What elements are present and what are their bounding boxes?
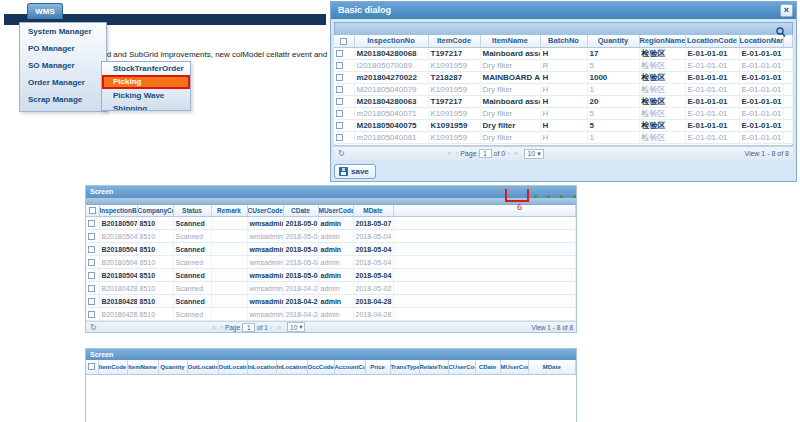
page-size-select[interactable]: 10 ▾ bbox=[524, 149, 543, 159]
row-checkbox[interactable] bbox=[88, 233, 95, 240]
select-all-checkbox[interactable] bbox=[88, 363, 95, 370]
menu-item-order-manager[interactable]: Order Manager bbox=[20, 74, 106, 91]
row-checkbox[interactable] bbox=[336, 86, 343, 93]
first-page-icon[interactable]: « bbox=[212, 323, 216, 332]
col-locationcode[interactable]: LocationCode bbox=[685, 35, 739, 47]
table-row[interactable]: m201805040081K1091959Dry filterH1检验区E-01… bbox=[334, 131, 793, 143]
row-checkbox[interactable] bbox=[88, 311, 95, 318]
row-checkbox[interactable] bbox=[88, 259, 95, 266]
col-cdate[interactable]: CDate bbox=[475, 360, 500, 374]
col-mdate[interactable]: MDate bbox=[353, 205, 393, 217]
row-checkbox[interactable] bbox=[88, 246, 95, 253]
window-titlebar[interactable]: Screen bbox=[86, 186, 576, 198]
col-itemname[interactable]: ItemName bbox=[480, 35, 540, 47]
last-page-icon[interactable]: » bbox=[514, 149, 518, 158]
select-all-checkbox[interactable] bbox=[340, 38, 347, 45]
menu-item-system-manager[interactable]: System Manager bbox=[20, 23, 106, 40]
row-checkbox[interactable] bbox=[88, 272, 95, 279]
refresh-icon[interactable]: ↻ bbox=[338, 149, 345, 158]
row-checkbox[interactable] bbox=[88, 220, 95, 227]
col-cusercode[interactable]: CUserCode bbox=[247, 205, 283, 217]
first-page-icon[interactable]: « bbox=[447, 149, 451, 158]
col-quantity[interactable]: Quantity bbox=[158, 360, 187, 374]
col-cdate[interactable]: CDate bbox=[283, 205, 318, 217]
search-icon[interactable] bbox=[776, 24, 786, 42]
col-remark[interactable]: Remark bbox=[211, 205, 247, 217]
page-input[interactable]: 1 bbox=[479, 149, 492, 158]
dialog-titlebar[interactable]: Basic dialog × bbox=[331, 2, 796, 19]
row-checkbox[interactable] bbox=[336, 110, 343, 117]
prev-page-icon[interactable]: ‹ bbox=[456, 149, 459, 158]
submenu-item-shipping[interactable]: Shipping bbox=[102, 102, 190, 111]
tab-wms[interactable]: WMS bbox=[27, 3, 63, 19]
col-relatetranscode[interactable]: RelateTransCo bbox=[419, 360, 448, 374]
row-checkbox[interactable] bbox=[336, 62, 343, 69]
row-checkbox[interactable] bbox=[336, 134, 343, 141]
col-inspectionno[interactable]: InspectionNo bbox=[354, 35, 428, 47]
col-batchno[interactable]: BatchNo bbox=[540, 35, 587, 47]
row-checkbox[interactable] bbox=[88, 285, 95, 292]
submenu-item-picking[interactable]: Picking bbox=[102, 75, 190, 89]
row-checkbox[interactable] bbox=[88, 298, 95, 305]
menu-item-scrap-manage[interactable]: Scrap Manage bbox=[20, 91, 106, 108]
col-price[interactable]: Price bbox=[365, 360, 390, 374]
col-itemname[interactable]: ItemName bbox=[127, 360, 158, 374]
next-page-icon[interactable]: › bbox=[507, 149, 510, 158]
col-itemcode[interactable]: ItemCode bbox=[98, 360, 127, 374]
col-occcode[interactable]: OccCode bbox=[307, 360, 334, 374]
select-all-checkbox[interactable] bbox=[89, 207, 96, 214]
col-musercode[interactable]: MUserCode bbox=[500, 360, 528, 374]
table-row[interactable]: B2018042800088510Scannedwmsadmin2018-04-… bbox=[86, 295, 576, 308]
col-quantity[interactable]: Quantity bbox=[587, 35, 639, 47]
table-row[interactable]: B2018042800118510Scannedwmsadmin2018-04-… bbox=[86, 282, 576, 295]
col-musercode[interactable]: MUserCode bbox=[318, 205, 353, 217]
col-inlocationname[interactable]: InLocationNam bbox=[276, 360, 307, 374]
table-row[interactable]: M201804280068T197217Mainboard assemH17检验… bbox=[334, 47, 793, 59]
table-row[interactable]: B2018050400198510Scannedwmsadmin2018-05-… bbox=[86, 243, 576, 256]
table-row[interactable]: B2018050400178510Scannedwmsadmin2018-05-… bbox=[86, 269, 576, 282]
page-of-label: of 0 bbox=[494, 150, 506, 157]
col-outlocationname[interactable]: OutLocationNa bbox=[218, 360, 247, 374]
col-regionname[interactable]: RegionName bbox=[639, 35, 685, 47]
refresh-icon[interactable]: ↻ bbox=[90, 323, 97, 332]
annotation-label: 6 bbox=[517, 202, 522, 212]
table-row[interactable]: B2018042800078510Scannedwmsadmin2018-04-… bbox=[86, 308, 576, 321]
prev-page-icon[interactable]: ‹ bbox=[220, 323, 223, 332]
page-input[interactable]: 1 bbox=[242, 323, 255, 332]
table-row[interactable]: B2018050400188510Scannedwmsadmin2018-05-… bbox=[86, 256, 576, 269]
table-row[interactable]: M201805040075K1091959Dry filterH5检验区E-01… bbox=[334, 119, 793, 131]
window-titlebar[interactable]: Screen bbox=[86, 349, 576, 360]
table-row[interactable]: B2018050700288510Scannedwmsadmin2018-05-… bbox=[86, 217, 576, 230]
col-accountcode[interactable]: AccountCode bbox=[334, 360, 365, 374]
page-size-select[interactable]: 10 ▾ bbox=[287, 322, 305, 332]
col-cusercode[interactable]: CUserCode bbox=[448, 360, 475, 374]
col-inspectionback[interactable]: InspectionBack bbox=[99, 205, 137, 217]
table-row[interactable]: I201805070089K1091959Dry filterR5检验区E-01… bbox=[334, 59, 793, 71]
col-itemcode[interactable]: ItemCode bbox=[428, 35, 480, 47]
row-checkbox[interactable] bbox=[336, 122, 343, 129]
submenu-item-picking-wave[interactable]: Picking Wave bbox=[102, 89, 190, 102]
row-checkbox[interactable] bbox=[336, 50, 343, 57]
chevron-down-icon: ▾ bbox=[299, 323, 302, 331]
table-row[interactable]: m201804270022T218287MAINBOARD ASSEH1000检… bbox=[334, 71, 793, 83]
main-menu: System Manager PO Manager SO Manager Ord… bbox=[19, 22, 107, 112]
table-row[interactable]: m201805040071K1091959Dry filterH5检验区E-01… bbox=[334, 107, 793, 119]
row-checkbox[interactable] bbox=[336, 74, 343, 81]
menu-item-so-manager[interactable]: SO Manager bbox=[20, 57, 106, 74]
table-row[interactable]: M201805040079K1091959Dry filterH1检验区E-01… bbox=[334, 83, 793, 95]
col-status[interactable]: Status bbox=[173, 205, 211, 217]
submenu-item-stocktranferorder[interactable]: StockTranferOrder bbox=[102, 62, 190, 75]
table-row[interactable]: M201804280063T197217Mainboard assemH20检验… bbox=[334, 95, 793, 107]
table-row[interactable]: B2018050400238510Scannedwmsadmin2018-05-… bbox=[86, 230, 576, 243]
save-button[interactable]: save bbox=[334, 164, 376, 179]
row-checkbox[interactable] bbox=[336, 98, 343, 105]
col-outlocationcode[interactable]: OutLocationCo bbox=[187, 360, 218, 374]
col-mdate[interactable]: MDate bbox=[528, 360, 576, 374]
col-transtype[interactable]: TransType bbox=[390, 360, 419, 374]
col-inlocationcode[interactable]: InLocationCod bbox=[247, 360, 276, 374]
close-icon[interactable]: × bbox=[780, 4, 793, 17]
last-page-icon[interactable]: » bbox=[277, 323, 281, 332]
menu-item-po-manager[interactable]: PO Manager bbox=[20, 40, 106, 57]
next-page-icon[interactable]: › bbox=[270, 323, 273, 332]
col-companycode[interactable]: CompanyCode bbox=[137, 205, 173, 217]
